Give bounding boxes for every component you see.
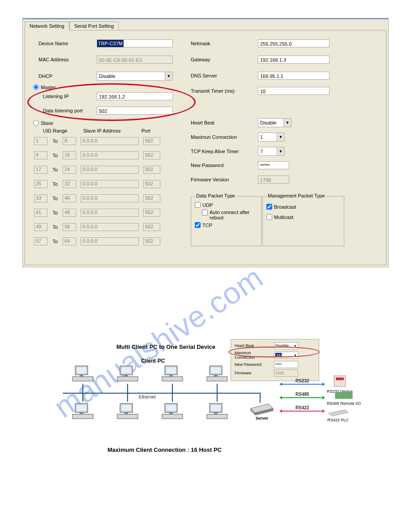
- multicast-check[interactable]: [266, 214, 272, 220]
- uid-to-field[interactable]: 16: [63, 151, 76, 159]
- uid-from-field[interactable]: 1: [34, 137, 47, 145]
- tab-page: Device Name TRP-C37M MAC Address 00-0E-C…: [25, 30, 386, 265]
- svg-rect-7: [124, 375, 128, 377]
- slave-row: 1To80.0.0.0502: [34, 137, 160, 145]
- maxconn-select[interactable]: 1 ▼: [258, 133, 285, 142]
- autoconnect-check[interactable]: [202, 210, 208, 215]
- ethernet-drop: [82, 393, 83, 402]
- fw-label: Firmware Version: [191, 177, 258, 182]
- mini-maxconn-select[interactable]: 16▼: [274, 352, 298, 359]
- tab-network[interactable]: Network Setting: [25, 21, 69, 30]
- mini-heartbeat-label: Heart Beat: [235, 343, 271, 348]
- svg-rect-10: [162, 377, 183, 381]
- slave-ip-field[interactable]: 0.0.0.0: [81, 180, 139, 188]
- mini-newpw-label: New Password: [235, 362, 271, 367]
- mini-newpw-field[interactable]: ****: [274, 361, 298, 368]
- data-port-label: Data listening port: [43, 108, 97, 113]
- newpw-field[interactable]: *****: [258, 161, 289, 169]
- to-label: To: [47, 181, 63, 187]
- chevron-down-icon: ▼: [165, 72, 172, 80]
- broadcast-check[interactable]: [266, 204, 272, 210]
- client-pc-icon: [72, 403, 94, 422]
- uid-from-field[interactable]: 9: [34, 151, 47, 159]
- uid-from-field[interactable]: 25: [34, 180, 47, 188]
- svg-rect-14: [207, 377, 227, 381]
- mini-maxconn-label: Maximun Connection: [235, 351, 271, 360]
- slave-port-field[interactable]: 502: [143, 194, 160, 202]
- listening-ip-field[interactable]: 192.168.1.2: [97, 92, 173, 100]
- slave-ip-field[interactable]: 0.0.0.0: [81, 137, 139, 145]
- client-pc-icon: [72, 365, 94, 385]
- slave-port-field[interactable]: 502: [143, 180, 160, 188]
- mgmt-packet-group: Management Packet Type Broadcast Multica…: [262, 196, 344, 246]
- data-port-field[interactable]: 502: [97, 107, 173, 115]
- heartbeat-select[interactable]: Disable ▼: [258, 118, 291, 127]
- slave-ip-field[interactable]: 0.0.0.0: [81, 237, 139, 245]
- uid-to-field[interactable]: 40: [63, 194, 76, 202]
- uid-from-field[interactable]: 49: [34, 223, 47, 231]
- keepalive-label: TCP Keep Alive Timer: [191, 149, 258, 154]
- device-name-field[interactable]: TRP-C37M: [97, 39, 173, 47]
- mac-field: 00-0E-C6-00-01-E3: [97, 56, 173, 64]
- svg-rect-27: [169, 412, 173, 414]
- slave-port-field[interactable]: 502: [143, 166, 160, 174]
- slave-ip-field[interactable]: 0.0.0.0: [81, 166, 139, 174]
- slave-port-field[interactable]: 502: [143, 237, 160, 245]
- dhcp-select[interactable]: Disable ▼: [97, 72, 173, 81]
- slave-port-field[interactable]: 502: [143, 151, 160, 159]
- mini-heartbeat-select[interactable]: Disable▼: [274, 342, 298, 349]
- svg-marker-38: [329, 410, 348, 416]
- netmask-field[interactable]: 255.255.255.0: [258, 39, 330, 47]
- device-name-label: Device Name: [39, 41, 97, 46]
- keepalive-select[interactable]: 7 ▼: [258, 147, 285, 156]
- uid-from-field[interactable]: 41: [34, 209, 47, 217]
- broadcast-label: Broadcast: [274, 204, 296, 210]
- to-label: To: [47, 196, 63, 201]
- udp-check[interactable]: [195, 202, 201, 208]
- uid-range-label: UID Range: [43, 128, 83, 133]
- uid-to-field[interactable]: 48: [63, 209, 76, 217]
- gateway-field[interactable]: 192.168.1.3: [258, 56, 330, 64]
- slave-port-field[interactable]: 502: [143, 209, 160, 217]
- svg-rect-19: [80, 412, 83, 414]
- tcp-check[interactable]: [195, 222, 201, 228]
- rs485-arrow: [282, 397, 322, 398]
- ethernet-drop: [217, 393, 218, 402]
- slave-ip-field[interactable]: 0.0.0.0: [81, 194, 139, 202]
- autoconnect-label: Auto connect after reboot: [210, 210, 250, 220]
- rs422-device: RS422 PLC: [327, 405, 349, 422]
- titlebar: [23, 18, 388, 19]
- master-radio[interactable]: [33, 84, 39, 90]
- to-label: To: [47, 224, 63, 230]
- uid-to-field[interactable]: 56: [63, 223, 76, 231]
- slave-port-field[interactable]: 502: [143, 137, 160, 145]
- svg-rect-29: [211, 405, 221, 411]
- uid-from-field[interactable]: 17: [34, 166, 47, 174]
- uid-from-field[interactable]: 57: [34, 237, 47, 245]
- uid-to-field[interactable]: 32: [63, 180, 76, 188]
- listening-ip-label: Listening IP: [43, 94, 97, 99]
- dns-field[interactable]: 168.95.1.1: [258, 72, 330, 80]
- uid-to-field[interactable]: 24: [63, 166, 76, 174]
- slave-row: 17To240.0.0.0502: [34, 166, 160, 174]
- svg-rect-17: [77, 405, 86, 411]
- diagram-title: Multi Client PC to One Serial Device: [116, 343, 215, 350]
- mini-panel: Heart Beat Disable▼ Maximun Connection 1…: [231, 339, 319, 381]
- slave-radio[interactable]: [33, 120, 39, 126]
- slave-ip-field[interactable]: 0.0.0.0: [81, 151, 139, 159]
- slave-ip-field[interactable]: 0.0.0.0: [81, 209, 139, 217]
- rs232-arrow: [282, 384, 322, 385]
- tab-serial[interactable]: Serial Port Setting: [69, 21, 119, 30]
- transmit-field[interactable]: 10: [258, 87, 330, 95]
- svg-rect-26: [162, 414, 183, 419]
- device-name-value: TRP-C37M: [97, 40, 124, 47]
- slave-port-field[interactable]: 502: [143, 223, 160, 231]
- slave-ip-field[interactable]: 0.0.0.0: [81, 223, 139, 231]
- uid-from-field[interactable]: 33: [34, 194, 47, 202]
- fw-field: 1708: [258, 176, 289, 184]
- network-settings-panel: Network Setting Serial Port Setting Devi…: [22, 18, 389, 267]
- uid-to-field[interactable]: 8: [63, 137, 76, 145]
- tab-strip: Network Setting Serial Port Setting: [25, 21, 119, 30]
- svg-rect-23: [124, 412, 128, 414]
- uid-to-field[interactable]: 64: [63, 237, 76, 245]
